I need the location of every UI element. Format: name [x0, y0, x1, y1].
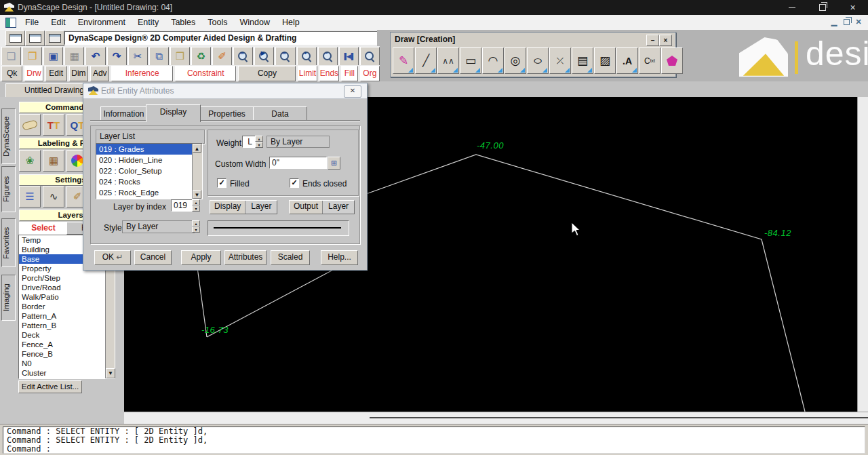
- arc-text-tool-icon[interactable]: Ctxt: [639, 47, 660, 74]
- tab-quick-start[interactable]: Qk St: [1, 66, 22, 81]
- tab-inference[interactable]: Inference: [111, 66, 173, 81]
- dialog-tab-information[interactable]: Information: [100, 106, 147, 121]
- tab-constraint[interactable]: Constraint: [175, 66, 237, 81]
- format-painter-icon[interactable]: ✐: [212, 47, 232, 66]
- layer-item[interactable]: Fence_B: [19, 349, 115, 359]
- open-folder-icon[interactable]: ❐: [22, 47, 42, 66]
- zoom-out-icon[interactable]: −: [318, 47, 338, 66]
- zoom-region-icon[interactable]: [360, 47, 380, 66]
- deck-label-icon[interactable]: ▦: [43, 150, 64, 172]
- cut-icon[interactable]: ✂: [128, 47, 148, 66]
- tab-fill[interactable]: Fill: [341, 66, 358, 81]
- arc-tool-icon[interactable]: ◠: [482, 47, 504, 74]
- filled-checkbox[interactable]: ✓: [217, 178, 226, 188]
- menu-environment[interactable]: Environment: [72, 15, 132, 30]
- line-tool-icon[interactable]: ╱: [415, 47, 437, 74]
- tab-adv[interactable]: Adv: [90, 66, 109, 81]
- text-tt-tool-icon[interactable]: TT: [43, 114, 64, 136]
- scroll-down-icon[interactable]: ▼: [193, 190, 201, 199]
- brick-hatch-tool-icon[interactable]: ▤: [572, 47, 593, 74]
- command-prompt[interactable]: Command :: [7, 445, 865, 454]
- weight-input[interactable]: L: [242, 136, 256, 148]
- style-select[interactable]: By Layer: [122, 220, 195, 233]
- cancel-button[interactable]: Cancel: [134, 250, 172, 265]
- curve-settings-icon[interactable]: ∿: [43, 186, 64, 207]
- layer-by-index-input[interactable]: 019: [171, 199, 193, 212]
- sidebar-tab-favorites[interactable]: Favorites: [1, 218, 16, 267]
- layer-item[interactable]: Border: [19, 302, 115, 311]
- mdi-minimize-button[interactable]: ▁: [829, 17, 840, 27]
- sidebar-tab-figures[interactable]: Figures: [1, 166, 16, 212]
- tab-ends[interactable]: Ends: [319, 66, 339, 81]
- layer-index-spinner[interactable]: ▴▾: [192, 199, 200, 212]
- sketch-tool-icon[interactable]: ✎: [393, 47, 414, 74]
- dialog-close-icon[interactable]: ✕: [344, 85, 361, 98]
- style-spinner[interactable]: ▴▾: [192, 220, 200, 233]
- layers-tab-select[interactable]: Select: [19, 222, 68, 235]
- output-layer-button[interactable]: OutputLayer: [289, 200, 355, 214]
- plant-label-icon[interactable]: ❀: [19, 150, 41, 172]
- new-document-icon[interactable]: ❏: [1, 47, 21, 66]
- splitter-line[interactable]: [370, 417, 868, 418]
- layer-item[interactable]: Fence_A: [19, 340, 115, 349]
- copy-icon[interactable]: ⧉: [149, 47, 169, 66]
- custom-width-input[interactable]: 0": [269, 157, 327, 169]
- window-layout-3-button[interactable]: [45, 31, 64, 46]
- save-icon[interactable]: ▣: [43, 47, 63, 66]
- scaled-button[interactable]: Scaled: [271, 250, 310, 265]
- dialog-layer-list[interactable]: 019 : Grades 020 : Hidden_Line 022 : Col…: [96, 143, 203, 199]
- menu-edit[interactable]: Edit: [45, 15, 72, 30]
- ellipse-tool-icon[interactable]: ○: [527, 47, 549, 74]
- display-layer-button[interactable]: DisplayLayer: [210, 200, 277, 214]
- menu-entity[interactable]: Entity: [132, 15, 165, 30]
- dialog-layer-item-selected[interactable]: 019 : Grades: [96, 144, 202, 155]
- layer-item[interactable]: Porch/Step: [19, 273, 115, 283]
- undo-icon[interactable]: ↶: [85, 47, 105, 66]
- sidebar-tab-imaging[interactable]: Imaging: [1, 275, 16, 321]
- trim-tool-icon[interactable]: ⤫: [549, 47, 571, 74]
- redo-icon[interactable]: ↷: [107, 47, 127, 66]
- scroll-up-icon[interactable]: ▲: [193, 144, 201, 153]
- menu-help[interactable]: Help: [276, 15, 306, 30]
- layer-item[interactable]: Pattern_A: [19, 311, 115, 321]
- mdi-child-icon[interactable]: [5, 18, 16, 28]
- shape-tool-icon[interactable]: [19, 114, 41, 136]
- recycle-icon[interactable]: ♻: [191, 47, 211, 66]
- dialog-list-scrollbar[interactable]: ▲ ▼: [192, 144, 202, 199]
- dialog-tab-properties[interactable]: Properties: [199, 106, 254, 121]
- tab-org[interactable]: Org: [360, 66, 380, 81]
- layer-item[interactable]: Pattern_B: [19, 321, 115, 330]
- hatch-tool-icon[interactable]: ▨: [594, 47, 616, 74]
- apply-button[interactable]: Apply: [181, 250, 221, 265]
- rectangle-tool-icon[interactable]: ▭: [460, 47, 481, 74]
- polyline-tool-icon[interactable]: ∧∧: [437, 47, 459, 74]
- dialog-layer-item[interactable]: 022 : Color_Setup: [96, 165, 202, 176]
- dialog-title-bar[interactable]: Edit Entity Attributes ✕: [83, 83, 367, 99]
- layer-item[interactable]: Cluster: [19, 368, 115, 378]
- command-history[interactable]: Command : SELECT ENTITY : [ 2D Entity ]d…: [3, 427, 865, 454]
- dialog-tab-display[interactable]: Display: [146, 104, 201, 122]
- restore-button[interactable]: [807, 0, 837, 15]
- window-layout-2-button[interactable]: [25, 31, 45, 46]
- zoom-previous-icon[interactable]: ∞: [233, 47, 253, 66]
- pan-icon[interactable]: ▐◀▌: [339, 47, 359, 66]
- zoom-dynamic-icon[interactable]: ▶: [254, 47, 274, 66]
- layers-settings-icon[interactable]: ☰: [19, 186, 41, 207]
- sidebar-tab-dynascape[interactable]: DynaScape: [1, 108, 16, 164]
- ok-button[interactable]: OK ↵: [94, 250, 131, 265]
- ends-closed-checkbox[interactable]: ✓: [290, 178, 299, 188]
- mdi-close-button[interactable]: ✕: [853, 17, 864, 27]
- zoom-window-icon[interactable]: ∞: [275, 47, 295, 66]
- dialog-tab-data[interactable]: Data: [253, 106, 307, 121]
- scroll-down-icon[interactable]: ▼: [106, 368, 115, 378]
- layer-item[interactable]: Drive/Road: [19, 283, 115, 292]
- weight-spinner[interactable]: ▴▾: [255, 136, 263, 148]
- zoom-in-icon[interactable]: +: [297, 47, 317, 66]
- attributes-button[interactable]: Attributes: [224, 250, 267, 265]
- layer-item[interactable]: N0: [19, 359, 115, 368]
- paste-icon[interactable]: ❒: [170, 47, 190, 66]
- calculator-icon[interactable]: ⊞: [328, 157, 340, 170]
- polygon-tool-icon[interactable]: [661, 47, 683, 74]
- menu-tables[interactable]: Tables: [165, 15, 201, 30]
- window-layout-1-button[interactable]: [5, 31, 25, 46]
